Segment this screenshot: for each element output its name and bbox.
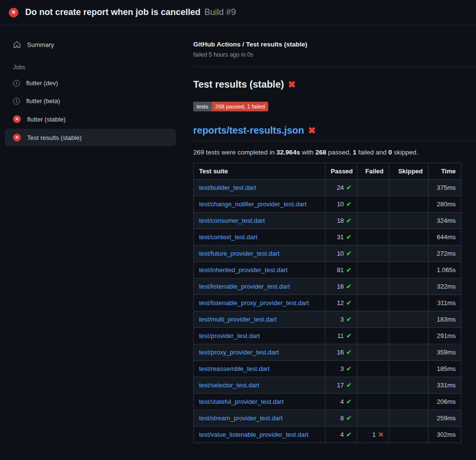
test-suite-link[interactable]: test/inherited_provider_test.dart (199, 266, 288, 274)
test-suite-link[interactable]: test/listenable_provider_test.dart (199, 283, 290, 290)
failed-x-icon: ✖ (308, 125, 316, 136)
report-heading: reports/test-results.json✖ (193, 125, 476, 141)
sidebar-item-flutter-stable[interactable]: ✕ flutter (stable) (5, 110, 176, 128)
column-header-time: Time (429, 163, 461, 179)
pass-check-icon: ✔ (346, 217, 352, 224)
time-cell: 644ms (429, 229, 461, 245)
skipped-cell (389, 393, 429, 410)
column-header-skipped: Skipped (389, 163, 429, 179)
failed-cell (357, 344, 389, 360)
report-link[interactable]: reports/test-results.json (193, 125, 304, 136)
table-row: test/reassemble_test.dart3✔185ms (194, 360, 461, 377)
failed-cell (357, 393, 389, 410)
time-cell: 324ms (429, 212, 461, 229)
suite-cell: test/listenable_proxy_provider_test.dart (194, 294, 325, 311)
passed-cell: 8✔ (325, 410, 357, 426)
sidebar-item-flutter-beta[interactable]: ! flutter (beta) (5, 92, 176, 109)
pass-check-icon: ✔ (346, 398, 352, 405)
skipped-cell (389, 245, 429, 261)
pass-check-icon: ✔ (346, 184, 352, 191)
neutral-status-icon: ! (13, 98, 20, 105)
main-content: GitHub Actions / Test results (stable) f… (185, 25, 476, 443)
table-row: test/stream_provider_test.dart8✔259ms (194, 410, 461, 426)
skipped-cell (389, 212, 429, 229)
test-suite-link[interactable]: test/future_provider_test.dart (199, 250, 279, 257)
time-cell: 206ms (429, 393, 461, 410)
table-row: test/proxy_provider_test.dart16✔359ms (194, 344, 461, 360)
skipped-cell (389, 360, 429, 377)
test-suite-link[interactable]: test/stream_provider_test.dart (199, 414, 283, 422)
test-suite-link[interactable]: test/value_listenable_provider_test.dart (199, 431, 308, 438)
suite-cell: test/future_provider_test.dart (194, 245, 325, 261)
test-table-body: test/builder_test.dart24✔375mstest/chang… (194, 179, 461, 443)
skipped-cell (389, 261, 429, 278)
passed-cell: 16✔ (325, 344, 357, 360)
breadcrumb: GitHub Actions / Test results (stable) (193, 41, 476, 48)
passed-cell: 12✔ (325, 294, 357, 311)
suite-cell: test/builder_test.dart (194, 179, 325, 196)
test-suite-link[interactable]: test/builder_test.dart (199, 184, 256, 191)
table-row: test/consumer_test.dart18✔324ms (194, 212, 461, 229)
pass-check-icon: ✔ (346, 349, 352, 356)
pass-check-icon: ✔ (346, 266, 352, 274)
skipped-cell (389, 377, 429, 393)
passed-cell: 3✔ (325, 360, 357, 377)
pass-check-icon: ✔ (346, 299, 352, 307)
test-suite-link[interactable]: test/change_notifier_provider_test.dart (199, 200, 307, 208)
suite-cell: test/selector_test.dart (194, 377, 325, 393)
suite-cell: test/provider_test.dart (194, 327, 325, 344)
test-suite-link[interactable]: test/consumer_test.dart (199, 217, 265, 224)
column-header-passed: Passed (325, 163, 357, 179)
skipped-cell (389, 229, 429, 245)
test-suite-link[interactable]: test/listenable_proxy_provider_test.dart (199, 299, 309, 307)
table-row: test/inherited_provider_test.dart81✔1.06… (194, 261, 461, 278)
summary-line: 269 tests were completed in 32.964s with… (193, 149, 476, 156)
test-suite-link[interactable]: test/selector_test.dart (199, 382, 259, 389)
sidebar-item-summary[interactable]: Summary (5, 36, 176, 53)
tests-badge: tests 268 passed, 1 failed (193, 102, 268, 111)
passed-cell: 18✔ (325, 212, 357, 229)
pass-check-icon: ✔ (346, 365, 352, 372)
table-row: test/context_test.dart31✔644ms (194, 229, 461, 245)
test-suite-link[interactable]: test/reassemble_test.dart (199, 365, 270, 372)
pass-check-icon: ✔ (346, 316, 352, 323)
table-row: test/change_notifier_provider_test.dart1… (194, 196, 461, 212)
passed-cell: 31✔ (325, 229, 357, 245)
failed-cell: 1✕ (357, 426, 389, 443)
test-suite-link[interactable]: test/stateful_provider_test.dart (199, 398, 284, 405)
passed-cell: 4✔ (325, 393, 357, 410)
pass-check-icon: ✔ (346, 414, 352, 422)
test-suite-link[interactable]: test/multi_provider_test.dart (199, 316, 276, 323)
skipped-cell (389, 410, 429, 426)
pass-check-icon: ✔ (346, 431, 352, 438)
skipped-cell (389, 196, 429, 212)
sidebar-item-flutter-dev[interactable]: ! flutter (dev) (5, 75, 176, 92)
failed-cell (357, 278, 389, 294)
suite-cell: test/stateful_provider_test.dart (194, 393, 325, 410)
passed-cell: 17✔ (325, 377, 357, 393)
test-suite-link[interactable]: test/provider_test.dart (199, 332, 260, 339)
failed-cell (357, 212, 389, 229)
table-row: test/stateful_provider_test.dart4✔206ms (194, 393, 461, 410)
failed-cell (357, 229, 389, 245)
time-cell: 331ms (429, 377, 461, 393)
passed-cell: 10✔ (325, 196, 357, 212)
failed-cell (357, 377, 389, 393)
failed-status-icon: ✕ (13, 134, 21, 141)
pass-check-icon: ✔ (346, 250, 352, 257)
failed-cell (357, 294, 389, 311)
failed-cell (357, 327, 389, 344)
table-row: test/provider_test.dart11✔291ms (194, 327, 461, 344)
test-suite-link[interactable]: test/proxy_provider_test.dart (199, 349, 279, 356)
time-cell: 280ms (429, 196, 461, 212)
pass-check-icon: ✔ (346, 382, 352, 389)
table-row: test/value_listenable_provider_test.dart… (194, 426, 461, 443)
skipped-cell (389, 179, 429, 196)
passed-cell: 11✔ (325, 327, 357, 344)
time-cell: 359ms (429, 344, 461, 360)
passed-cell: 24✔ (325, 179, 357, 196)
pass-check-icon: ✔ (346, 332, 352, 339)
failed-status-icon: ✕ (13, 115, 21, 123)
sidebar-item-test-results-stable[interactable]: ✕ Test results (stable) (5, 129, 176, 146)
test-suite-link[interactable]: test/context_test.dart (199, 233, 258, 241)
